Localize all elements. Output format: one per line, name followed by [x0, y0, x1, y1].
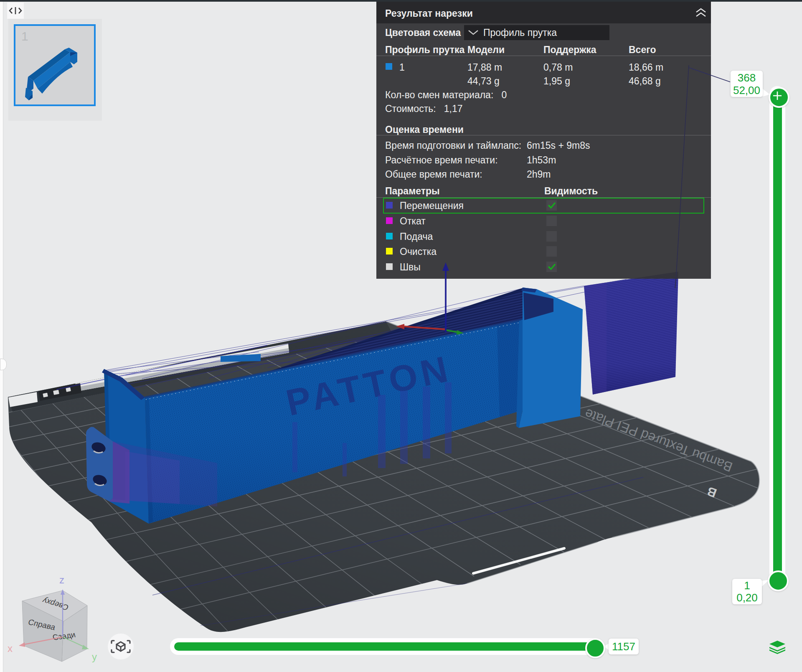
svg-text:y: y — [92, 651, 97, 662]
svg-text:x: x — [8, 643, 13, 654]
svg-text:z: z — [59, 574, 64, 585]
